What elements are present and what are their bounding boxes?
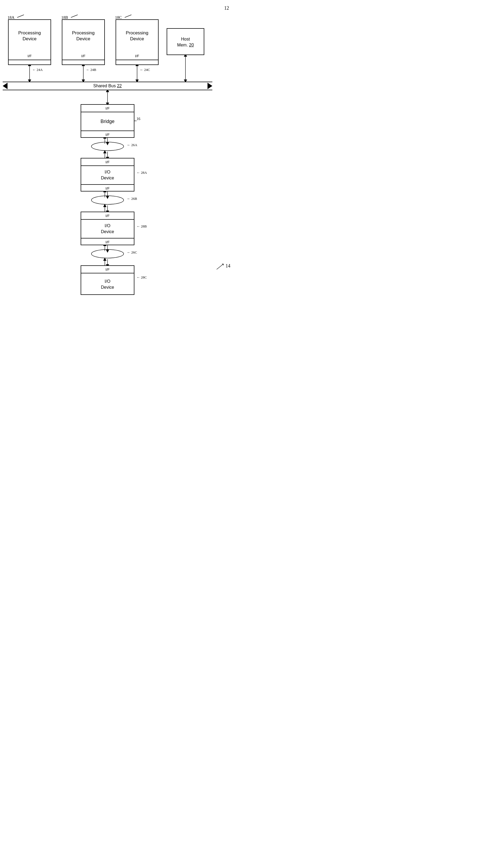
processing-device-18c: Processing Device I/F	[116, 19, 158, 65]
io28b-if-bottom: I/F	[105, 240, 109, 244]
ref-26b: ← 26B	[127, 196, 137, 201]
ref-28a: ← 28A	[137, 170, 147, 175]
bridge-if-top: I/F	[105, 106, 109, 111]
io-device-28b: I/F I/O Device I/F	[81, 212, 135, 245]
pd-18a-label-line1: Processing	[18, 30, 41, 36]
svg-point-19	[91, 196, 124, 205]
pd-18c-label-line1: Processing	[126, 30, 148, 36]
io-device-28a: I/F I/O Device I/F	[81, 158, 135, 191]
ref-28c: ← 28C	[137, 275, 147, 280]
ref-18a: 18A	[7, 13, 27, 20]
io28c-if-top: I/F	[105, 268, 109, 272]
host-mem-ref: 20	[189, 43, 194, 47]
pd-18c-label-line2: Device	[130, 36, 144, 42]
ref-18b: 18B	[61, 13, 80, 20]
ellipse-26b	[90, 195, 125, 206]
pd-18a-if: I/F	[27, 54, 31, 58]
svg-point-18	[91, 142, 124, 151]
bridge-label: Bridge	[100, 119, 115, 124]
io-device-28c: I/F I/O Device	[81, 265, 135, 295]
figure-number-14: 14	[226, 263, 230, 269]
ref-24b: ← 24B	[86, 68, 96, 72]
io28a-label-line2: Device	[101, 175, 114, 181]
shared-bus-ref: 22	[117, 84, 122, 88]
shared-bus: Shared Bus 22	[3, 82, 212, 90]
bridge-if-bottom: I/F	[105, 133, 109, 137]
ellipse-26c	[90, 248, 125, 259]
io28a-if-top: I/F	[105, 160, 109, 164]
io28a-if-bottom: I/F	[105, 186, 109, 190]
host-mem-line1: Host	[181, 36, 190, 42]
host-mem-line2: Mem. 20	[177, 42, 194, 48]
processing-device-18b: Processing Device I/F	[62, 19, 105, 65]
figure-number-12: 12	[224, 5, 229, 11]
bridge-box: I/F Bridge I/F	[81, 104, 135, 138]
shared-bus-label: Shared Bus	[93, 84, 117, 88]
ellipse-26a	[90, 141, 125, 152]
io28b-if-top: I/F	[105, 214, 109, 218]
host-mem-box: Host Mem. 20	[167, 28, 204, 55]
pd-18b-if: I/F	[81, 54, 85, 58]
processing-device-18a: Processing Device I/F	[8, 19, 51, 65]
ref-18c: 18C	[115, 13, 134, 20]
io28c-label-line1: I/O	[105, 279, 110, 284]
ref-26a: ← 26A	[127, 143, 137, 147]
ref-16-line	[135, 118, 150, 124]
pd-18a-label-line2: Device	[23, 36, 36, 42]
ref-28b: ← 28B	[137, 224, 147, 228]
io28c-label-line2: Device	[101, 284, 114, 290]
ref-24c: ← 24C	[140, 68, 150, 72]
svg-point-20	[91, 249, 124, 258]
ref-26c: ← 26C	[127, 250, 137, 255]
io28b-label-line2: Device	[101, 229, 114, 235]
pd-18b-label-line2: Device	[76, 36, 90, 42]
pd-18b-label-line1: Processing	[72, 30, 95, 36]
io28b-label-line1: I/O	[105, 223, 110, 229]
ref-24a: ← 24A	[32, 68, 43, 72]
diagram-container: 12 18A Processing Device I/F 18B Process…	[0, 0, 245, 434]
pd-18c-if: I/F	[135, 54, 139, 58]
io28a-label-line1: I/O	[105, 169, 110, 175]
